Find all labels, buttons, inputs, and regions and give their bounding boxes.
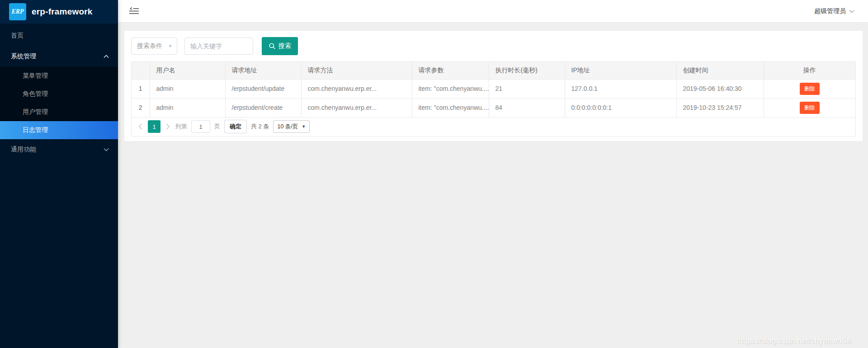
content-area: 搜索条件 ▼ 搜索 — [118, 23, 868, 141]
chevron-right-icon — [166, 123, 170, 130]
col-header-ip: IP地址 — [565, 62, 676, 79]
log-table: 用户名 请求地址 请求方法 请求参数 执行时长(毫秒) IP地址 创建时间 操作 — [131, 61, 856, 118]
cell-actions: 删除 — [764, 79, 855, 98]
erp-logo-icon: ERP — [9, 3, 26, 20]
cell-ip: 0:0:0:0:0:0:0:1 — [565, 98, 676, 117]
delete-button[interactable]: 删除 — [800, 83, 820, 95]
cell-username: admin — [150, 98, 225, 117]
cell-duration: 84 — [489, 98, 565, 117]
col-header-username: 用户名 — [150, 62, 225, 79]
caret-down-icon: ▼ — [302, 124, 306, 129]
chevron-up-icon — [104, 55, 109, 58]
total-count-label: 共 2 条 — [251, 122, 269, 131]
cell-created: 2019-05-06 16:40:30 — [676, 79, 764, 98]
sidebar-item-label: 系统管理 — [11, 52, 36, 61]
sidebar-item-label: 日志管理 — [23, 126, 48, 134]
cell-request-url: /erpstudent/update — [225, 79, 301, 98]
col-header-request-url: 请求地址 — [225, 62, 301, 79]
goto-page-input[interactable] — [191, 120, 210, 133]
sidebar-item-role-mgmt[interactable]: 角色管理 — [0, 85, 118, 103]
main-area: 超级管理员 搜索条件 ▼ 搜索 — [118, 0, 868, 348]
col-header-created: 创建时间 — [676, 62, 764, 79]
cell-duration: 21 — [489, 79, 565, 98]
cell-ip: 127.0.0.1 — [565, 79, 676, 98]
sidebar-item-label: 首页 — [11, 32, 24, 40]
col-header-request-method: 请求方法 — [301, 62, 412, 79]
chevron-down-icon — [104, 148, 109, 151]
search-condition-placeholder: 搜索条件 — [137, 42, 162, 50]
caret-down-icon: ▼ — [168, 44, 173, 48]
cell-actions: 删除 — [764, 98, 855, 117]
sidebar-item-system-mgmt[interactable]: 系统管理 — [0, 46, 118, 67]
page-number-button[interactable]: 1 — [148, 120, 160, 133]
cell-request-method: com.chenyanwu.erp.er... — [301, 98, 412, 117]
sidebar-item-label: 菜单管理 — [23, 72, 48, 80]
cell-request-url: /erpstudent/create — [225, 98, 301, 117]
cell-username: admin — [150, 79, 225, 98]
search-condition-select[interactable]: 搜索条件 ▼ — [131, 38, 177, 55]
cell-request-params: item: "com.chenyanwu.... — [412, 79, 489, 98]
cell-request-params: item: "com.chenyanwu.... — [412, 98, 489, 117]
system-mgmt-submenu: 菜单管理 角色管理 用户管理 日志管理 — [0, 67, 118, 139]
sidebar-item-label: 通用功能 — [11, 146, 36, 154]
cell-request-method: com.chenyanwu.erp.er... — [301, 79, 412, 98]
table-row: 2 admin /erpstudent/create com.chenyanwu… — [132, 98, 855, 117]
page-size-select[interactable]: 10 条/页 ▼ — [273, 120, 310, 133]
user-dropdown[interactable]: 超级管理员 — [814, 7, 854, 15]
search-button-label: 搜索 — [278, 42, 291, 50]
col-header-actions: 操作 — [764, 62, 855, 79]
sidebar: ERP erp-framework 首页 系统管理 菜单管理 角色管理 用户管理 — [0, 0, 118, 348]
table-row: 1 admin /erpstudent/update com.chenyanwu… — [132, 79, 855, 98]
col-header-index — [132, 62, 150, 79]
collapse-sidebar-button[interactable] — [129, 7, 139, 15]
keyword-input[interactable] — [184, 38, 253, 55]
search-bar: 搜索条件 ▼ 搜索 — [131, 37, 856, 55]
delete-button[interactable]: 删除 — [800, 102, 820, 114]
search-icon — [269, 42, 276, 50]
sidebar-item-menu-mgmt[interactable]: 菜单管理 — [0, 67, 118, 85]
pagination-bar: 1 到第 页 确定 共 2 条 10 条/页 ▼ — [131, 118, 856, 136]
logo-title: erp-framework — [32, 7, 93, 17]
table-header-row: 用户名 请求地址 请求方法 请求参数 执行时长(毫秒) IP地址 创建时间 操作 — [132, 62, 855, 79]
fold-icon — [129, 7, 139, 15]
next-page-button[interactable] — [165, 123, 171, 130]
topbar: 超级管理员 — [118, 0, 868, 23]
sidebar-item-home[interactable]: 首页 — [0, 25, 118, 46]
sidebar-item-label: 角色管理 — [23, 90, 48, 98]
col-header-request-params: 请求参数 — [412, 62, 489, 79]
sidebar-item-user-mgmt[interactable]: 用户管理 — [0, 103, 118, 121]
goto-label: 到第 — [175, 122, 187, 131]
page-size-value: 10 条/页 — [277, 123, 298, 131]
confirm-page-button[interactable]: 确定 — [224, 120, 247, 133]
col-header-duration: 执行时长(毫秒) — [489, 62, 565, 79]
cell-created: 2019-10-23 15:24:57 — [676, 98, 764, 117]
log-panel: 搜索条件 ▼ 搜索 — [124, 31, 863, 141]
cell-index: 1 — [132, 79, 150, 98]
chevron-down-icon — [849, 9, 854, 13]
search-button[interactable]: 搜索 — [262, 37, 298, 55]
chevron-left-icon — [138, 123, 142, 130]
sidebar-item-common-functions[interactable]: 通用功能 — [0, 139, 118, 160]
logo: ERP erp-framework — [0, 0, 118, 24]
cell-index: 2 — [132, 98, 150, 117]
user-name: 超级管理员 — [814, 7, 846, 15]
sidebar-item-log-mgmt[interactable]: 日志管理 — [0, 121, 118, 139]
app-root: ERP erp-framework 首页 系统管理 菜单管理 角色管理 用户管理 — [0, 0, 868, 348]
sidebar-menu: 首页 系统管理 菜单管理 角色管理 用户管理 日志管理 — [0, 24, 118, 160]
page-unit-label: 页 — [214, 122, 220, 131]
sidebar-item-label: 用户管理 — [23, 108, 48, 116]
prev-page-button[interactable] — [137, 123, 144, 130]
